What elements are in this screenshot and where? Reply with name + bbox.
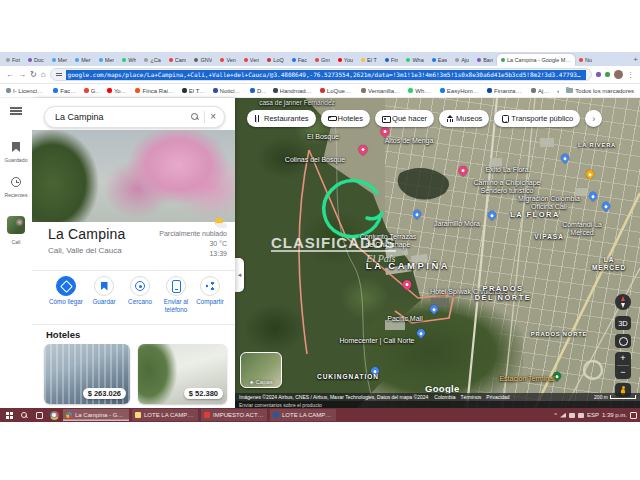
- rail-item[interactable]: Recientes: [0, 173, 32, 198]
- browser-tab[interactable]: Eas: [428, 54, 451, 66]
- search-box[interactable]: ×: [44, 106, 225, 128]
- panel-collapse-button[interactable]: ◂: [235, 258, 244, 292]
- search-input[interactable]: [53, 111, 186, 123]
- notification-center-button[interactable]: [630, 412, 637, 419]
- browser-tab[interactable]: Fot: [2, 54, 24, 66]
- address-bar[interactable]: google.com/maps/place/La+Campina,+Cali,+…: [50, 68, 592, 81]
- browser-tab[interactable]: Fac: [288, 54, 311, 66]
- taskbar-search-button[interactable]: [18, 409, 30, 421]
- browser-tab[interactable]: You: [334, 54, 357, 66]
- attribution-link[interactable]: Colombia: [434, 394, 455, 400]
- category-chip[interactable]: Transporte público: [494, 110, 580, 127]
- tray-caret[interactable]: ^: [554, 412, 557, 418]
- zoom-out-button[interactable]: −: [615, 366, 631, 379]
- browser-tab[interactable]: Aju: [451, 54, 473, 66]
- bookmark-item[interactable]: Ventanilla Única de...: [361, 88, 401, 94]
- action-button[interactable]: Cómo llegar: [46, 276, 86, 306]
- tray-language[interactable]: ESP: [587, 412, 599, 418]
- browser-tab[interactable]: Fin: [381, 54, 403, 66]
- browser-tab[interactable]: Doc: [24, 54, 48, 66]
- new-tab-button[interactable]: +: [633, 54, 638, 66]
- rail-item[interactable]: Cali: [0, 216, 32, 245]
- bookmark-item[interactable]: Facebook: [53, 88, 77, 94]
- chrome-taskbar-button[interactable]: [48, 409, 60, 421]
- volume-icon[interactable]: [569, 413, 575, 418]
- browser-tab[interactable]: LoQ: [263, 54, 287, 66]
- browser-tab[interactable]: El T: [357, 54, 381, 66]
- browser-tab[interactable]: Mer: [71, 54, 94, 66]
- browser-tab[interactable]: Ven: [216, 54, 239, 66]
- site-info-icon[interactable]: [56, 72, 62, 78]
- category-chip[interactable]: Hoteles: [321, 110, 370, 127]
- bookmark-item[interactable]: D.Nia: [250, 88, 266, 94]
- feedback-link[interactable]: Enviar comentarios sobre el producto: [239, 402, 322, 408]
- browser-tab[interactable]: Ven: [240, 54, 263, 66]
- category-chip[interactable]: Museos: [439, 110, 489, 127]
- compass[interactable]: [615, 294, 631, 310]
- taskbar-window-button[interactable]: La Campina - Googl...: [63, 409, 129, 421]
- bookmark-item[interactable]: YouTube: [107, 88, 129, 94]
- back-button[interactable]: ←: [6, 71, 14, 79]
- map-canvas[interactable]: Restaurantes Hoteles Qué hacer Museos Tr…: [235, 98, 640, 408]
- browser-tab[interactable]: GNV: [190, 54, 216, 66]
- task-view-button[interactable]: [33, 409, 45, 421]
- url-text[interactable]: google.com/maps/place/La+Campina,+Cali,+…: [66, 70, 586, 80]
- browser-tab[interactable]: Gm: [311, 54, 334, 66]
- home-button[interactable]: ⌂: [41, 71, 46, 79]
- my-location-button[interactable]: [615, 334, 631, 348]
- bookmark-item[interactable]: Ajustes: [531, 88, 550, 94]
- taskbar-window-button[interactable]: IMPUESTO ACTUAL...: [201, 409, 267, 421]
- start-button[interactable]: [3, 409, 15, 421]
- reload-button[interactable]: ↻: [30, 71, 37, 79]
- category-chip[interactable]: Qué hacer: [375, 110, 434, 127]
- action-button[interactable]: Compartir: [190, 276, 230, 306]
- taskbar-window-button[interactable]: LOTE LA CAMPIÑA C...: [132, 409, 198, 421]
- layers-button[interactable]: ◈ Capas: [240, 352, 282, 388]
- browser-tab[interactable]: Cam: [165, 54, 191, 66]
- network-icon[interactable]: [560, 413, 566, 418]
- attribution-link[interactable]: Privacidad: [486, 394, 509, 400]
- attribution-link[interactable]: Términos: [460, 394, 481, 400]
- map-pin[interactable]: [357, 143, 370, 156]
- hotel-card[interactable]: $ 263.026: [44, 344, 130, 404]
- bookmark-item[interactable]: Noticias RCN: [213, 88, 243, 94]
- profile-avatar[interactable]: [614, 70, 623, 79]
- bookmark-item[interactable]: EasyHome Agendas...: [440, 88, 480, 94]
- all-bookmarks-folder[interactable]: Todos los marcadores: [566, 88, 634, 94]
- tray-time[interactable]: 1:39 p.m.: [602, 412, 627, 418]
- place-photo[interactable]: [32, 130, 235, 222]
- bookmark-item[interactable]: WhatsApp: [408, 88, 433, 94]
- 3d-button[interactable]: 3D: [615, 316, 631, 330]
- rail-item[interactable]: Guardado: [0, 138, 32, 163]
- browser-tab[interactable]: Wha: [402, 54, 427, 66]
- bookmark-item[interactable]: Handmade Guadua...: [273, 88, 313, 94]
- taskbar-window-button[interactable]: LOTE LA CAMPIÑA S...: [270, 409, 336, 421]
- hotel-card[interactable]: $ 52.380: [138, 344, 227, 404]
- menu-icon[interactable]: [10, 107, 22, 115]
- bookmark-item[interactable]: El Tiempo: [182, 88, 206, 94]
- action-button[interactable]: Cercano: [120, 276, 160, 306]
- menu-button[interactable]: ⋮: [627, 71, 634, 79]
- bookmark-item[interactable]: LoQueNecesito: [320, 88, 354, 94]
- battery-icon[interactable]: [578, 413, 584, 418]
- browser-tab[interactable]: Ban: [473, 54, 497, 66]
- bookmark-item[interactable]: »: [557, 88, 559, 94]
- browser-tab[interactable]: ¿Ca: [140, 54, 164, 66]
- category-chip[interactable]: Restaurantes: [247, 110, 316, 127]
- bookmark-item[interactable]: Gmail: [84, 88, 100, 94]
- bookmark-item[interactable]: Finanzas.com.co: [487, 88, 524, 94]
- browser-tab[interactable]: Nu: [575, 54, 596, 66]
- browser-tab[interactable]: La Campina - Google Maps: [497, 54, 575, 66]
- more-categories-chip[interactable]: ›: [585, 110, 602, 127]
- forward-button[interactable]: →: [18, 71, 26, 79]
- bookmark-item[interactable]: I- Licencias Exit NO...: [6, 88, 46, 94]
- browser-tab[interactable]: Mer: [48, 54, 71, 66]
- bookmark-item[interactable]: Finca Raiz Effec...: [135, 88, 174, 94]
- extension-icon[interactable]: [605, 72, 610, 77]
- extension-icon[interactable]: [596, 72, 601, 77]
- browser-tab[interactable]: Wh: [118, 54, 140, 66]
- browser-tab[interactable]: Mer: [95, 54, 118, 66]
- clear-search-icon[interactable]: ×: [210, 112, 216, 122]
- search-icon[interactable]: [191, 113, 199, 121]
- action-button[interactable]: Guardar: [84, 276, 124, 306]
